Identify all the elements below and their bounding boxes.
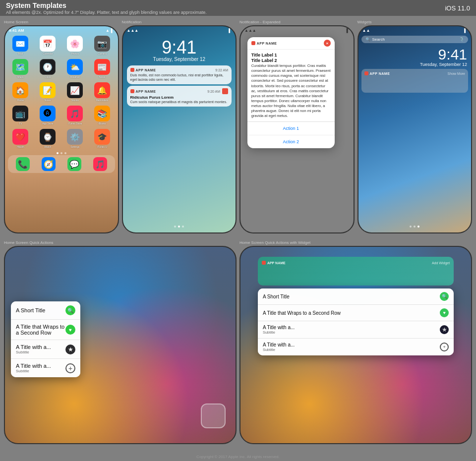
dock: 📞 🧭 💬 🎵 — [8, 155, 115, 173]
app-watch[interactable]: ⌚Watch — [35, 129, 60, 148]
qaw-item-3-title: A Title with a... — [263, 325, 295, 330]
qaw-widget-header: APP NAME Add Widget — [262, 261, 450, 265]
app-appstore[interactable]: 🅐App Store — [35, 106, 60, 125]
notif-card-2: APP NAME 9:20 AM Ridiculus Purus Lorem C… — [127, 86, 232, 107]
notification-label: Notification — [122, 20, 237, 24]
app-grid-row5: ❤️Health ⌚Watch ⚙️Settings 🎓iTunes U — [5, 127, 118, 150]
qaw-item-1[interactable]: A Short Title 🔍 — [258, 288, 454, 305]
qaw-widget: APP NAME Add Widget — [258, 257, 454, 286]
app-photos[interactable]: 🌸Photos — [62, 36, 88, 55]
notif-action-1[interactable]: Action 1 — [247, 122, 335, 135]
app-news[interactable]: 📰News — [90, 59, 115, 78]
qa-item-3-text: A Title with a... Subtitle — [16, 344, 51, 354]
app-ibooks[interactable]: 📚iBooks — [90, 106, 115, 125]
app-settings[interactable]: ⚙️Settings — [62, 129, 88, 148]
qa-item-1[interactable]: A Short Title 🔍 — [11, 301, 80, 320]
qaw-item-2[interactable]: A Title that Wraps to a Second Row ♥ — [258, 305, 454, 321]
app-maps[interactable]: 🗺️Maps — [8, 59, 33, 78]
app-notes[interactable]: 📝Notes — [35, 82, 60, 102]
qaw-item-4[interactable]: A Title with a... Subtitle + — [258, 339, 454, 355]
notif-body-2: Cum sociis natoque penatibus et magnis d… — [130, 100, 229, 104]
qaw-icon-1: 🔍 — [440, 292, 449, 301]
notif-dot-p2 — [178, 226, 180, 228]
dock-safari[interactable]: 🧭 — [42, 157, 56, 171]
notif-title-2: Ridiculus Purus Lorem — [130, 95, 229, 100]
widgets-frame: ▲▲ ▌ 🔍 Search 🎙️ 9:41 Tuesday, September… — [357, 25, 473, 233]
qa-icon-4: + — [65, 363, 75, 373]
app-tv[interactable]: 📺TV — [8, 106, 33, 125]
app-clock[interactable]: 🕐Clock — [35, 59, 60, 78]
widget-app-row: APP NAME — [364, 71, 390, 75]
notif-exp-text: Curabitur blandit tempus porttitor. Cras… — [251, 63, 331, 118]
widget-card-header: APP NAME Show More — [364, 71, 466, 75]
qaw-menu: A Short Title 🔍 A Title that Wraps to a … — [258, 288, 454, 355]
qaw-content: APP NAME Add Widget A Short Title 🔍 — [240, 247, 471, 443]
app-camera[interactable]: 📷Camera — [90, 36, 115, 55]
notif-close-button[interactable]: × — [324, 40, 331, 47]
qaw-item-1-title: A Short Title — [263, 294, 290, 299]
qa-item-1-text: A Short Title — [16, 307, 45, 313]
notif-signal: ▲▲▲ — [127, 28, 139, 33]
app-title: System Templates — [6, 1, 66, 9]
notif-card2-right: 9:20 AM — [207, 88, 228, 94]
qa-item-2[interactable]: A Title that Wraps toa Second Row ♥ — [11, 320, 80, 340]
app-grid-row4: 📺TV 🅐App Store 🎵iTunes Store 📚iBooks — [5, 104, 118, 127]
app-mail[interactable]: ✉️Mail — [8, 36, 33, 55]
app-itunes[interactable]: 🎵iTunes Store — [62, 106, 88, 125]
widget-date: Tuesday, September 12 — [362, 62, 468, 67]
quick-actions-label: Home Screen Quick Actions — [4, 240, 237, 245]
notif-dot-p1 — [174, 226, 176, 228]
qaw-item-3-sub: Subtitle — [263, 330, 295, 335]
home-screen-section: Home Screen 9:41 AM ▲ ▌ ✉️Mail 📅Calendar… — [4, 20, 119, 233]
dot-3 — [64, 152, 66, 154]
lock-time-big: 9:41 — [123, 39, 236, 57]
app-calendar[interactable]: 📅Calendar — [35, 36, 60, 55]
notif-exp-header: APP NAME × — [247, 37, 335, 50]
qa-item-4-text: A Title with a... Subtitle — [16, 363, 51, 373]
widget-search-bar[interactable]: 🔍 Search 🎙️ — [361, 36, 469, 43]
notif-dot-2 — [130, 89, 134, 93]
qa-item-3-title: A Title with a... — [16, 344, 51, 350]
qa-item-3-subtitle: Subtitle — [16, 350, 51, 354]
qaw-item-2-text: A Title that Wraps to a Second Row — [263, 310, 341, 316]
qaw-icon-2: ♥ — [440, 308, 449, 317]
app-subtitle: All elements @2x. Optimized for 4.7" Dis… — [6, 10, 207, 15]
qaw-item-3[interactable]: A Title with a... Subtitle ★ — [258, 321, 454, 339]
lock-time: 9:41 Tuesday, September 12 — [123, 34, 236, 64]
widget-card: APP NAME Show More — [361, 69, 469, 93]
bottom-row: Home Screen Quick Actions A Short Title … — [0, 240, 476, 448]
qaw-item-3-text: A Title with a... Subtitle — [263, 325, 295, 335]
notif-red-square — [222, 88, 228, 94]
quick-actions-widget-label: Home Screen Quick Actions with Widget — [239, 240, 472, 245]
notif-time-1: 9:22 AM — [215, 68, 228, 72]
app-weather[interactable]: ⛅Weather — [62, 59, 88, 78]
notification-section: Notification ▲▲▲ ▌ 9:41 Tuesday, Septemb… — [122, 20, 237, 233]
qaw-add-widget[interactable]: Add Widget — [432, 261, 450, 265]
app-health[interactable]: ❤️Health — [8, 129, 33, 148]
qa-item-3[interactable]: A Title with a... Subtitle ★ — [11, 340, 80, 359]
app-reminders[interactable]: 🔔Reminders — [90, 82, 115, 102]
notif-action-2[interactable]: Action 2 — [247, 135, 335, 148]
notif-app-row-1: APP NAME — [130, 68, 156, 72]
widget-search-text: Search — [372, 37, 385, 42]
app-home[interactable]: 🏠Home — [8, 82, 33, 102]
qaw-icon-3: ★ — [440, 325, 449, 334]
widgets-bg: ▲▲ ▌ 🔍 Search 🎙️ 9:41 Tuesday, September… — [358, 26, 472, 232]
dock-music[interactable]: 🎵 — [93, 157, 107, 171]
dock-messages[interactable]: 💬 — [67, 157, 81, 171]
qaw-app-name: APP NAME — [267, 261, 286, 265]
notif-exp-actions: Action 1 Action 2 — [247, 121, 335, 148]
header-left: System Templates All elements @2x. Optim… — [6, 1, 207, 15]
widget-app-name: APP NAME — [370, 72, 390, 75]
qa-item-4-subtitle: Subtitle — [16, 369, 51, 373]
app-stocks[interactable]: 📈Stocks — [62, 82, 88, 102]
notif-status-bar: ▲▲▲ ▌ — [123, 26, 236, 34]
qaw-widget-area — [262, 267, 450, 282]
app-itunesu[interactable]: 🎓iTunes U — [90, 129, 115, 148]
home-screen-label: Home Screen — [4, 20, 119, 24]
qa-item-4[interactable]: A Title with a... Subtitle + — [11, 359, 80, 377]
notif-card-2-header: APP NAME 9:20 AM — [130, 88, 229, 94]
mic-icon: 🎙️ — [459, 37, 464, 42]
dock-phone[interactable]: 📞 — [16, 157, 30, 171]
widget-show-more[interactable]: Show More — [448, 72, 465, 75]
